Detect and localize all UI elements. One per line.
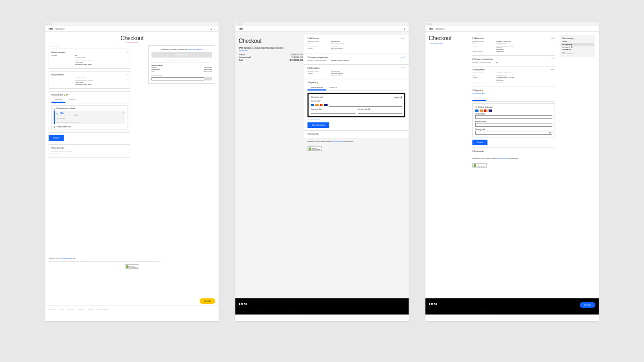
- footer-link[interactable]: Cookie preferences: [287, 311, 299, 313]
- info-icon[interactable]: i: [249, 56, 251, 58]
- security-code-input[interactable]: [56, 119, 79, 122]
- card-number-input[interactable]: [475, 115, 552, 119]
- view-details-link[interactable]: View details: [51, 153, 127, 155]
- user-icon[interactable]: ⍺: [404, 28, 405, 30]
- user-icon[interactable]: ⍺: [211, 28, 212, 30]
- tab-invoice[interactable]: Invoice / PO: [326, 85, 340, 90]
- section-billing: 3. Billing addressEdit ✎ Name on account…: [304, 65, 409, 79]
- submit-order-button[interactable]: Submit your order: [151, 52, 212, 58]
- sidebar-submit-box: By submitting your order, you agree to I…: [148, 45, 215, 84]
- tab-invoice[interactable]: Invoice/PO: [486, 96, 499, 101]
- footer-link[interactable]: Accessibility: [267, 311, 275, 313]
- info-icon[interactable]: i: [549, 132, 551, 134]
- pencil-icon[interactable]: ✎: [122, 112, 124, 113]
- payment-method-card: Payment method 🔒 i Credit Card Invoice/P…: [49, 91, 130, 133]
- page-title: Checkout: [239, 38, 303, 44]
- footer-links: Contact IBM Privacy Terms of use Accessi…: [235, 309, 409, 315]
- footer-links: Contact IBM Privacy Terms of use Accessi…: [425, 309, 599, 315]
- footer-link[interactable]: Terms of use: [257, 311, 264, 313]
- support-link[interactable]: customer support: [332, 141, 343, 142]
- promo-code-link[interactable]: Have a promo code?: [307, 119, 405, 121]
- edit-link[interactable]: Edit ✎: [401, 56, 405, 59]
- promo-code-link[interactable]: Have a promo code?: [472, 93, 555, 94]
- saved-visa-card[interactable]: ✎ VISA ···· ···· ···· 3210 Security code: [54, 111, 125, 124]
- section-review: 5. Review order: [472, 147, 555, 156]
- tab-card[interactable]: Credit card: [472, 96, 486, 101]
- expiry-input[interactable]: [475, 123, 552, 127]
- edit-order-link[interactable]: ← Edit your order: [49, 45, 130, 47]
- edit-link[interactable]: Edit ✎: [551, 37, 555, 40]
- tab-card[interactable]: Credit or debit card: [307, 85, 326, 90]
- pencil-icon[interactable]: ✎: [126, 51, 128, 53]
- cvv-input[interactable]: i: [475, 131, 552, 135]
- footer-link[interactable]: Cookie preferences: [97, 308, 109, 310]
- section-ibm-account: 1. IBM accountEdit ✎ Name on accountTam …: [304, 35, 409, 54]
- promo-input[interactable]: [151, 77, 204, 80]
- ibm-logo: IBM: [429, 27, 433, 30]
- warning-icon: ⏱: [126, 42, 127, 44]
- footer-link[interactable]: Feedback: [468, 311, 474, 313]
- toggle-icon[interactable]: [400, 96, 402, 98]
- footer-link[interactable]: Privacy: [439, 311, 444, 313]
- info-icon[interactable]: i: [571, 46, 572, 48]
- mockup-3: IBMMarketplace Checkout ← Back to adjust…: [425, 22, 599, 321]
- lets-talk-button[interactable]: Let's talk: [580, 302, 595, 308]
- footer-link[interactable]: Accessibility: [457, 311, 465, 313]
- footer-link[interactable]: Contact IBM: [239, 311, 247, 313]
- footer-link[interactable]: Accessibility: [77, 308, 85, 310]
- cvv-input[interactable]: [358, 111, 402, 114]
- tab-credit-card[interactable]: Credit Card: [51, 98, 65, 103]
- marketplace-label: Marketplace: [435, 28, 444, 30]
- ibm-logo: IBM: [49, 27, 53, 30]
- terms-link[interactable]: Terms and Conditions: [189, 49, 202, 50]
- continue-button[interactable]: Continue: [472, 140, 487, 145]
- support-link[interactable]: customer support: [497, 158, 508, 159]
- lets-talk-button[interactable]: Let's talk: [200, 298, 215, 304]
- page-title: Checkout: [49, 35, 215, 41]
- amex-icon: [475, 109, 479, 112]
- view-item-link[interactable]: View this item: [239, 50, 303, 51]
- expiry-input[interactable]: [311, 111, 356, 114]
- footer-link[interactable]: Privacy: [59, 308, 64, 310]
- section-billing: 3. Billing addressEdit ✎ Name on account…: [472, 66, 555, 87]
- footer-link[interactable]: Feedback: [278, 311, 284, 313]
- footer-bar: IBM: [235, 298, 409, 309]
- edit-link[interactable]: Edit ✎: [551, 69, 555, 71]
- app-header: IBMMarketplace ⍺≡: [45, 26, 219, 32]
- footer-link[interactable]: Terms of use: [447, 311, 454, 313]
- edit-link[interactable]: Edit ✎: [551, 58, 555, 60]
- session-warning: ⏱ Session warning: [49, 42, 215, 44]
- footer-links: Contact IBM Privacy Terms of use Accessi…: [45, 306, 219, 312]
- menu-icon[interactable]: ≡: [214, 28, 215, 30]
- info-icon[interactable]: i: [66, 94, 68, 96]
- edit-link[interactable]: Edit ✎: [401, 67, 405, 69]
- ibm-logo: IBM: [239, 27, 243, 30]
- continue-button[interactable]: Continue: [49, 135, 64, 141]
- footer-link[interactable]: Privacy: [249, 311, 254, 313]
- footer-link[interactable]: Contact IBM: [429, 311, 437, 313]
- edit-link[interactable]: Edit ✎: [401, 37, 405, 40]
- footer-link[interactable]: Contact IBM: [49, 308, 56, 310]
- discover-icon: [315, 104, 319, 106]
- pencil-icon[interactable]: ✎: [126, 73, 128, 75]
- card-number-input[interactable]: [329, 103, 402, 107]
- section-company: 2. Company or organizationEdit ✎ Company…: [304, 54, 409, 65]
- footer-link[interactable]: Terms of use: [67, 308, 74, 310]
- footer-link[interactable]: Feedback: [88, 308, 94, 310]
- support-link[interactable]: Marketplace support: [60, 258, 72, 259]
- new-card-option[interactable]: Credit or debit card: [54, 126, 125, 128]
- window-titlebar: [235, 22, 409, 26]
- mastercard-icon: [484, 109, 487, 112]
- back-link[interactable]: ← Back to adjust order: [239, 35, 303, 37]
- mastercard-icon: [320, 104, 323, 106]
- footer-link[interactable]: Cookie preferences: [477, 311, 489, 313]
- apply-button[interactable]: Apply: [204, 77, 212, 80]
- back-link[interactable]: ← Back to adjust order: [429, 42, 468, 44]
- truste-badge: TRUSTeAPEC Privacy: [125, 264, 139, 269]
- save-continue-button[interactable]: Save and continue: [307, 122, 329, 128]
- order-summary: Order summary Subtotal $94,392.00 USD Es…: [560, 35, 595, 57]
- tab-invoice[interactable]: Invoice/PO: [65, 98, 79, 103]
- info-icon[interactable]: i: [368, 108, 370, 110]
- page-title: Checkout: [429, 35, 468, 41]
- truste-badge: TRUSTeAPEC Privacy: [472, 163, 487, 168]
